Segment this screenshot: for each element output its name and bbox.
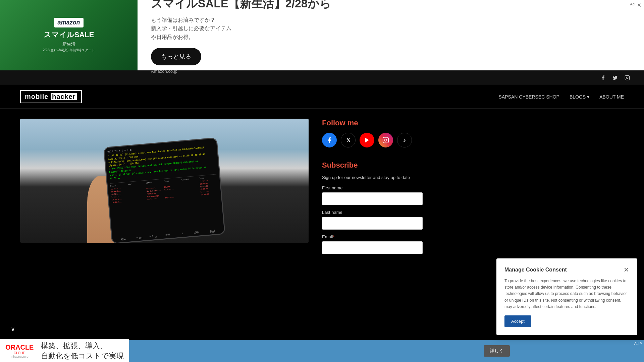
- ad-right-panel: Ad ✕ スマイルSALE【新生活】2/28から もう準備はお済みですか？ 新入…: [138, 0, 644, 70]
- email-input[interactable]: [322, 241, 423, 254]
- svg-marker-2: [365, 138, 369, 143]
- nav-link-about[interactable]: ABOUT ME: [599, 94, 624, 100]
- ad-left-panel: amazon スマイルSALE 新生活 2/28(金)〜3/4(火) 午前9時ス…: [0, 0, 138, 70]
- youtube-follow-button[interactable]: [360, 133, 374, 147]
- sidebar: Follow me 𝕏 ♪ Subscr: [322, 119, 423, 272]
- amazon-small-text: 2/28(金)〜3/4(火) 午前9時スタート: [43, 48, 95, 53]
- main-content: 9:19 PM ♦ 1 ≡ ♦ ■ > [12:37:42] [ble.devi…: [0, 109, 644, 282]
- ad-main-title: スマイルSALE【新生活】2/28から: [151, 0, 631, 10]
- amazon-date-text: 新生活: [62, 41, 75, 47]
- instagram-follow-button[interactable]: [378, 133, 393, 147]
- logo-text2: hacker: [51, 93, 77, 100]
- amazon-logo: amazon: [54, 18, 83, 27]
- follow-title: Follow me: [322, 119, 423, 127]
- facebook-header-icon[interactable]: [600, 74, 606, 81]
- instagram-header-icon[interactable]: [624, 74, 631, 81]
- nav-links: SAPSAN CYBERSEC SHOP BLOGS ▾ ABOUT ME: [499, 94, 624, 100]
- last-name-label: Last name: [322, 210, 423, 215]
- navigation-bar: mobile hacker SAPSAN CYBERSEC SHOP BLOGS…: [0, 85, 644, 109]
- follow-section: Follow me 𝕏 ♪: [322, 119, 423, 147]
- twitter-follow-button[interactable]: 𝕏: [341, 133, 356, 147]
- facebook-follow-button[interactable]: [322, 133, 337, 147]
- nav-link-blogs[interactable]: BLOGS ▾: [570, 94, 589, 100]
- nav-link-sapsan[interactable]: SAPSAN CYBERSEC SHOP: [499, 94, 559, 100]
- cookie-body-text: To provide the best experiences, we use …: [504, 278, 629, 282]
- ad-source-label: Amazon.co.jp: [151, 69, 631, 74]
- tiktok-follow-button[interactable]: ♪: [397, 133, 412, 147]
- ad-close-button[interactable]: ✕: [637, 2, 641, 8]
- article-area: 9:19 PM ♦ 1 ≡ ♦ ■ > [12:37:42] [ble.devi…: [20, 119, 309, 272]
- svg-rect-3: [383, 137, 389, 143]
- first-name-label: First name: [322, 185, 423, 190]
- site-logo[interactable]: mobile hacker: [20, 90, 82, 103]
- blogs-dropdown-icon: ▾: [587, 94, 589, 100]
- cookie-title: Manage Cookie Consent: [504, 267, 567, 273]
- social-follow-icons: 𝕏 ♪: [322, 133, 423, 147]
- amazon-sale-text: スマイルSALE: [44, 30, 94, 40]
- subscribe-section: Subscribe Sign up for our newsletter and…: [322, 161, 423, 259]
- subscribe-title: Subscribe: [322, 161, 423, 170]
- ad-body-text: もう準備はお済みですか？ 新入学・引越しに必要なアイテム や日用品がお得。: [151, 16, 631, 42]
- top-ad-banner: amazon スマイルSALE 新生活 2/28(金)〜3/4(火) 午前9時ス…: [0, 0, 644, 70]
- ad-cta-button[interactable]: もっと見る: [151, 48, 201, 65]
- cookie-header: Manage Cookie Consent ✕: [504, 266, 629, 273]
- first-name-input[interactable]: [322, 192, 423, 205]
- svg-rect-0: [625, 75, 629, 80]
- required-mark: *: [333, 234, 335, 239]
- cookie-close-button[interactable]: ✕: [624, 266, 629, 273]
- last-name-input[interactable]: [322, 217, 423, 230]
- twitter-header-icon[interactable]: [612, 74, 619, 81]
- article-image: 9:19 PM ♦ 1 ≡ ♦ ■ > [12:37:42] [ble.devi…: [20, 119, 309, 243]
- subscribe-desc: Sign up for our newsletter and stay up t…: [322, 175, 423, 180]
- logo-text1: mobile: [25, 93, 48, 100]
- email-label: Email*: [322, 234, 423, 239]
- ad-tag-label: Ad: [630, 2, 635, 6]
- cookie-consent-modal: Manage Cookie Consent ✕ To provide the b…: [496, 258, 637, 282]
